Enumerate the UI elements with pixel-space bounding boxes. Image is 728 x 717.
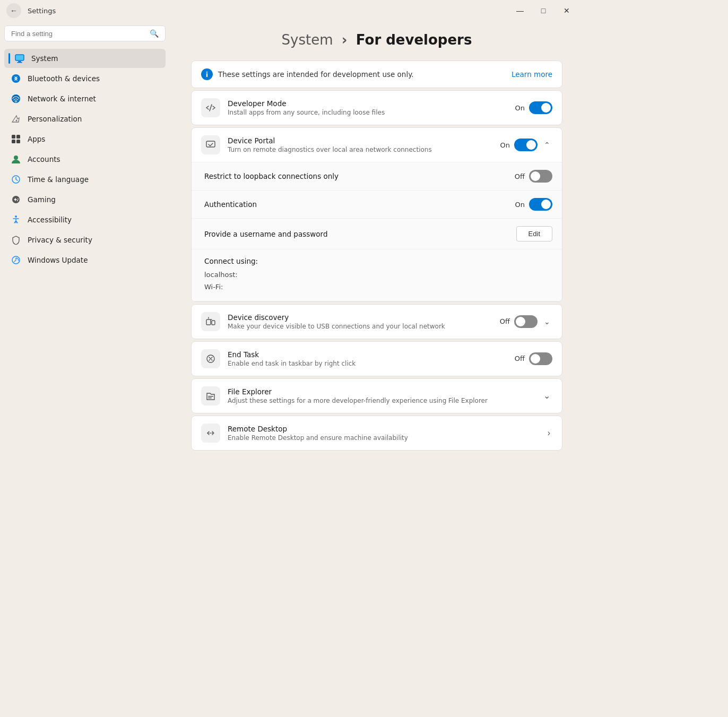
remote-desktop-info: Remote Desktop Enable Remote Desktop and… [228,425,537,442]
loopback-label: Restrict to loopback connections only [204,172,506,180]
svg-point-3 [12,74,20,83]
connect-localhost: localhost: [204,269,552,281]
personalization-icon [11,114,21,124]
breadcrumb-separator: › [342,32,348,48]
svg-rect-18 [206,141,215,147]
title-bar-controls: — □ ✕ [509,2,577,19]
end-task-label: Off [515,355,525,362]
loopback-state-label: Off [515,172,525,180]
connect-title: Connect using: [204,257,552,265]
device-discovery-control: Off ⌄ [500,315,552,328]
device-portal-icon [201,135,220,154]
svg-rect-9 [12,140,15,143]
device-discovery-card: Device discovery Make your device visibl… [191,304,562,339]
svg-point-11 [14,156,18,160]
remote-desktop-icon [201,424,220,443]
developer-mode-toggle[interactable] [529,101,552,114]
sidebar-item-system-label: System [31,54,58,63]
sidebar-item-system[interactable]: System [4,49,166,68]
sidebar-item-apps[interactable]: Apps [4,129,166,149]
title-bar: ← Settings — □ ✕ [0,0,584,21]
developer-mode-row: Developer Mode Install apps from any sou… [192,91,562,125]
privacy-icon [11,235,21,245]
device-discovery-label: Off [500,317,510,325]
developer-mode-card: Developer Mode Install apps from any sou… [191,90,562,125]
svg-point-16 [15,215,17,218]
svg-point-14 [18,198,19,200]
device-portal-info: Device Portal Turn on remote diagnostics… [228,136,492,153]
file-explorer-title: File Explorer [228,387,533,396]
loopback-toggle[interactable] [529,170,552,183]
remote-desktop-chevron[interactable]: › [545,426,552,440]
sidebar-item-network-label: Network & internet [28,94,96,103]
gaming-icon [11,194,21,205]
accounts-icon [11,154,21,165]
maximize-button[interactable]: □ [533,2,554,19]
sidebar-item-bluetooth-label: Bluetooth & devices [28,74,100,83]
sidebar-item-personalization[interactable]: Personalization [4,109,166,128]
sidebar-item-windows-update[interactable]: Windows Update [4,250,166,270]
device-discovery-chevron[interactable]: ⌄ [542,315,552,328]
device-portal-toggle[interactable] [514,139,538,151]
loopback-row: Restrict to loopback connections only Of… [192,162,562,191]
search-box[interactable]: 🔍 [4,25,166,41]
sidebar-item-gaming-label: Gaming [28,195,56,204]
page-main-title: For developers [356,32,472,48]
device-portal-row: Device Portal Turn on remote diagnostics… [192,128,562,162]
connect-wifi: Wi-Fi: [204,281,552,293]
svg-point-6 [16,120,18,122]
search-icon: 🔍 [150,29,159,38]
info-banner-left: i These settings are intended for develo… [201,68,414,80]
learn-more-link[interactable]: Learn more [512,70,552,79]
breadcrumb-system: System [282,32,333,48]
device-portal-title: Device Portal [228,136,492,145]
developer-mode-info: Developer Mode Install apps from any sou… [228,99,507,116]
file-explorer-chevron[interactable]: ⌄ [541,388,552,403]
developer-mode-title: Developer Mode [228,99,507,108]
sidebar-item-privacy[interactable]: Privacy & security [4,230,166,249]
remote-desktop-title: Remote Desktop [228,425,537,433]
loopback-track [529,170,552,183]
username-password-row: Provide a username and password Edit [192,219,562,249]
sidebar-item-windows-update-label: Windows Update [28,256,88,264]
device-discovery-toggle[interactable] [514,315,538,328]
device-portal-thumb [526,140,536,150]
sidebar-item-privacy-label: Privacy & security [28,236,92,244]
sidebar-item-bluetooth[interactable]: Bluetooth & devices [4,69,166,88]
app-title: Settings [28,7,56,15]
authentication-label: Authentication [204,200,507,209]
end-task-desc: Enable end task in taskbar by right clic… [228,360,506,367]
file-explorer-control: ⌄ [541,388,552,403]
sidebar-item-gaming[interactable]: Gaming [4,190,166,209]
active-indicator [8,53,10,64]
bluetooth-icon [11,73,21,84]
device-portal-desc: Turn on remote diagnostics over local ar… [228,146,492,153]
device-portal-chevron[interactable]: ⌃ [542,139,552,151]
file-explorer-row[interactable]: File Explorer Adjust these settings for … [192,379,562,413]
svg-rect-22 [208,396,213,397]
page-header: System › For developers [191,32,562,48]
end-task-toggle[interactable] [529,352,552,365]
sidebar-item-apps-label: Apps [28,135,45,143]
system-icon [14,53,25,64]
sidebar-item-accessibility[interactable]: Accessibility [4,210,166,229]
svg-point-5 [15,101,16,102]
back-button[interactable]: ← [6,3,21,18]
sidebar-item-time[interactable]: Time & language [4,170,166,189]
info-icon: i [201,68,213,80]
minimize-button[interactable]: — [509,2,531,19]
search-input[interactable] [11,30,145,38]
authentication-toggle[interactable] [529,198,552,211]
authentication-state-label: On [515,201,525,209]
device-discovery-icon [201,312,220,331]
edit-button[interactable]: Edit [516,226,552,241]
remote-desktop-row[interactable]: Remote Desktop Enable Remote Desktop and… [192,416,562,450]
authentication-row: Authentication On [192,191,562,219]
close-button[interactable]: ✕ [556,2,577,19]
sidebar-item-network[interactable]: Network & internet [4,89,166,108]
developer-mode-thumb [541,103,551,113]
device-discovery-title: Device discovery [228,313,491,322]
end-task-title: End Task [228,350,506,359]
authentication-track [529,198,552,211]
sidebar-item-accounts[interactable]: Accounts [4,150,166,169]
